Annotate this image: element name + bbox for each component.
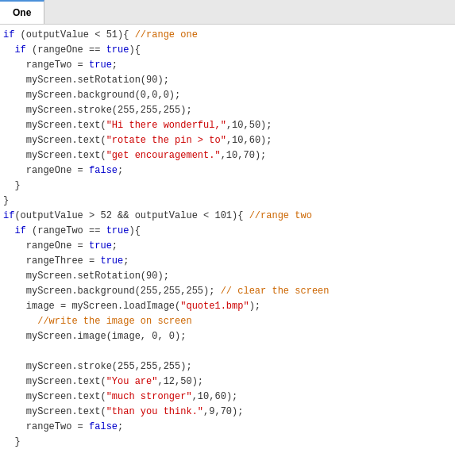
token-plain: } [14,180,20,191]
token-kw: false [89,165,118,176]
token-plain: ,10,60); [226,135,272,146]
code-line: if (rangeOne == true){ [3,43,449,58]
code-line: //write the image on screen [3,314,449,329]
token-str: "Hi there wonderful," [106,120,226,131]
code-line [3,450,449,465]
code-line: myScreen.setRotation(90); [3,269,449,284]
code-line: myScreen.text("Hi there wonderful,",10,5… [3,118,449,133]
code-line: if (rangeTwo == true){ [3,224,449,239]
token-kw: true [106,44,129,56]
token-plain: (rangeTwo == [26,225,106,236]
code-line: rangeOne = false; [3,163,449,178]
token-kw: true [100,255,123,267]
token-plain: (rangeOne == [26,44,106,56]
token-plain: (outputValue < 51){ [14,29,134,40]
code-line: myScreen.setRotation(90); [3,73,449,88]
token-str: "get encouragement." [106,150,221,161]
token-plain: ; [118,421,123,432]
code-line: } [3,178,449,194]
token-str: "much stronger" [106,391,192,402]
token-plain: myScreen.text( [26,406,106,417]
code-line: myScreen.background(255,255,255); // cle… [3,284,449,299]
token-plain: ,10,60); [192,391,238,402]
token-kw: if [3,29,14,40]
code-line: } [3,435,449,450]
code-line: rangeTwo = false; [3,420,449,435]
token-plain: ; [118,165,123,176]
token-plain: ); [249,301,260,312]
token-plain: myScreen.image(image, 0, 0); [26,331,187,342]
token-cmt: //write the image on screen [37,316,191,327]
token-kw: if [3,210,14,221]
token-plain: ){ [129,44,146,56]
token-plain: rangeThree = [26,255,101,267]
token-plain: myScreen.background(0,0,0); [26,90,180,101]
token-plain: rangeOne = [26,240,89,251]
token-plain: rangeOne = [26,165,89,176]
code-line: } [3,194,449,209]
token-kw: true [89,240,112,251]
code-line [3,344,449,359]
token-plain: ,9,70); [203,406,243,417]
token-cmt: // clear the screen [221,286,330,297]
code-line: image = myScreen.loadImage("quote1.bmp")… [3,299,449,314]
tab-bar: One [0,0,455,25]
token-plain: myScreen.stroke(255,255,255); [26,105,192,116]
token-plain: myScreen.stroke(255,255,255); [26,361,192,372]
token-cmt: //range two [249,210,312,221]
token-kw: if [14,44,25,56]
token-plain: myScreen.text( [26,391,106,402]
tab-one[interactable]: One [0,0,44,24]
token-str: "quote1.bmp" [180,301,249,312]
token-str: "than you think." [106,406,203,417]
token-plain: myScreen.setRotation(90); [26,75,169,86]
token-str: "rotate the pin > to" [106,135,226,146]
token-plain: ; [112,60,118,71]
token-plain: rangeTwo = [26,60,89,71]
token-plain: image = myScreen.loadImage( [26,301,180,312]
token-plain: myScreen.text( [26,376,106,387]
code-line: myScreen.text("get encouragement.",10,70… [3,148,449,163]
code-line [3,465,449,476]
token-str: "You are" [106,376,158,387]
code-line: if (outputValue < 51){ //range one [3,28,449,43]
token-plain: myScreen.text( [26,150,106,161]
token-plain: (outputValue > 52 && outputValue < 101){ [14,210,249,221]
token-kw: if [14,225,25,236]
code-line: myScreen.text("You are",12,50); [3,374,449,390]
code-line: rangeTwo = true; [3,58,449,73]
code-line: myScreen.text("rotate the pin > to",10,6… [3,133,449,148]
token-plain: ,10,50); [226,120,272,131]
token-plain: ,12,50); [157,376,203,387]
token-kw: true [89,60,112,71]
token-plain: ){ [129,225,146,236]
token-plain: } [3,195,9,206]
token-plain: ; [123,255,129,267]
tab-one-label: One [13,6,31,21]
code-line: myScreen.stroke(255,255,255); [3,359,449,374]
token-plain: myScreen.text( [26,120,106,131]
token-plain: ; [112,240,118,251]
code-line: myScreen.stroke(255,255,255); [3,103,449,118]
code-line: myScreen.text("much stronger",10,60); [3,390,449,405]
token-cmt: //range one [135,29,198,40]
code-line: rangeThree = true; [3,254,449,269]
code-line: myScreen.background(0,0,0); [3,88,449,103]
code-editor: if (outputValue < 51){ //range one if (r… [0,25,455,476]
token-kw: false [89,421,118,432]
code-line: if(outputValue > 52 && outputValue < 101… [3,209,449,224]
code-line: myScreen.image(image, 0, 0); [3,329,449,344]
code-line: myScreen.text("than you think.",9,70); [3,405,449,420]
code-line: rangeOne = true; [3,239,449,254]
token-plain: myScreen.setRotation(90); [26,271,169,282]
token-plain: myScreen.text( [26,135,106,146]
token-plain: rangeTwo = [26,421,89,432]
token-plain: } [14,436,20,447]
token-kw: true [106,225,129,236]
token-plain: myScreen.background(255,255,255); [26,286,221,297]
token-plain: ,10,70); [221,150,267,161]
